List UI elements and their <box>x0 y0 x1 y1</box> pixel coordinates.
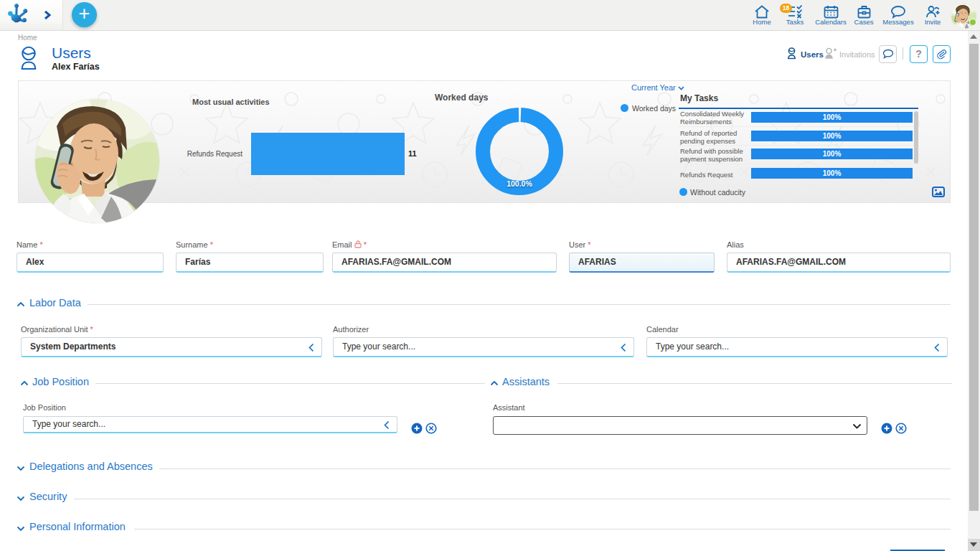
svg-text:100.0%: 100.0% <box>507 179 532 188</box>
